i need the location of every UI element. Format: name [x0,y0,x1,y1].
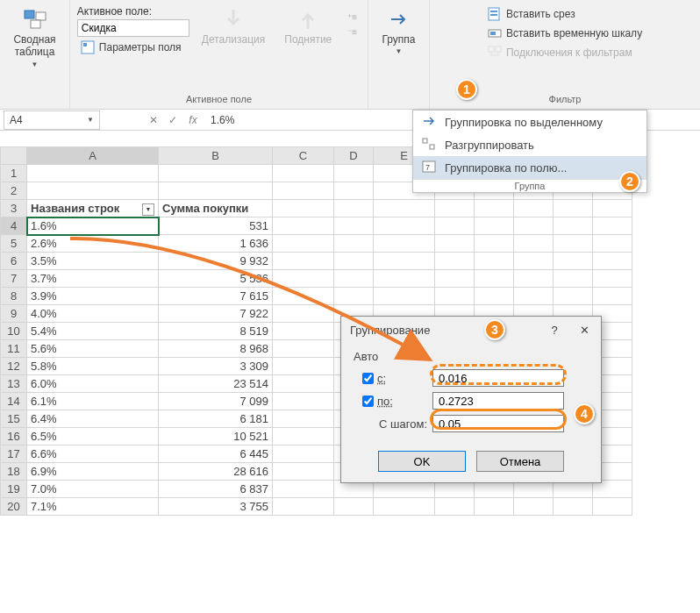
row-header[interactable]: 1 [1,165,27,182]
row-header[interactable]: 16 [1,428,27,445]
cell[interactable] [273,217,334,235]
row-header[interactable]: 15 [1,410,27,428]
row-header[interactable]: 11 [1,340,27,358]
cell[interactable] [273,253,334,270]
cell[interactable] [374,235,435,253]
cell[interactable]: 1.6% [27,217,159,235]
col-header-D[interactable]: D [334,147,374,165]
cell[interactable] [593,253,632,270]
start-checkbox[interactable] [362,373,374,384]
cell[interactable] [273,445,334,463]
cell[interactable]: 7 922 [159,305,273,323]
cell[interactable] [374,498,435,516]
cell[interactable] [475,217,514,235]
cell[interactable]: 6.6% [27,445,159,463]
cell[interactable]: 3 755 [159,498,273,516]
cell[interactable] [514,288,554,305]
cell[interactable] [273,428,334,445]
cell[interactable] [27,165,159,182]
cell[interactable] [273,165,334,182]
row-header[interactable]: 19 [1,481,27,498]
row-header[interactable]: 6 [1,253,27,270]
cell[interactable] [514,253,554,270]
cell[interactable] [554,235,593,253]
cell[interactable]: 23 514 [159,375,273,393]
cell[interactable]: 531 [159,217,273,235]
cell[interactable] [374,270,435,288]
cell[interactable] [514,235,554,253]
cell[interactable] [435,498,475,516]
row-header[interactable]: 4 [1,217,27,235]
cell[interactable] [475,253,514,270]
cell[interactable]: 5.4% [27,323,159,340]
end-checkbox[interactable] [362,396,374,407]
cell[interactable]: 1 636 [159,235,273,253]
cell[interactable]: 3.9% [27,288,159,305]
cell[interactable]: 9 932 [159,253,273,270]
row-header[interactable]: 17 [1,445,27,463]
cell[interactable] [475,288,514,305]
cell[interactable] [554,200,593,217]
cell[interactable] [593,217,632,235]
cell[interactable] [273,235,334,253]
cell[interactable] [273,323,334,340]
cell[interactable]: 5.8% [27,358,159,375]
row-header[interactable]: 10 [1,323,27,340]
cell[interactable] [334,182,374,200]
cell[interactable]: 8 968 [159,340,273,358]
cell[interactable] [159,182,273,200]
start-input[interactable] [432,369,564,387]
cell[interactable] [273,305,334,323]
cell[interactable] [273,288,334,305]
cell[interactable] [554,498,593,516]
cell[interactable] [334,235,374,253]
row-header[interactable]: 14 [1,393,27,410]
cell[interactable] [435,235,475,253]
cell[interactable]: 6.4% [27,410,159,428]
cell[interactable] [514,217,554,235]
cell[interactable] [374,200,435,217]
cell[interactable] [593,498,632,516]
row-header[interactable]: 13 [1,375,27,393]
insert-timeline-button[interactable]: Вставить временную шкалу [484,25,646,42]
cell[interactable]: 6 837 [159,481,273,498]
cell[interactable] [554,288,593,305]
ok-button[interactable]: OK [378,451,466,472]
cell[interactable]: 4.0% [27,305,159,323]
cell[interactable]: 7 099 [159,393,273,410]
cell[interactable] [593,200,632,217]
cancel-button[interactable]: Отмена [476,451,564,472]
cell[interactable] [475,498,514,516]
cell[interactable]: 3.7% [27,270,159,288]
cell[interactable] [554,270,593,288]
group-by-field-item[interactable]: 7 Группировка по полю... [413,156,646,179]
cell[interactable] [334,200,374,217]
field-params-button[interactable]: Параметры поля [77,39,189,56]
accept-formula-button[interactable]: ✓ [163,110,182,130]
ungroup-item[interactable]: Разгруппировать [413,133,646,156]
cell[interactable] [554,217,593,235]
cell[interactable] [273,358,334,375]
cancel-formula-button[interactable]: ✕ [144,110,163,130]
cell[interactable] [273,463,334,481]
cell[interactable] [593,270,632,288]
cell[interactable] [374,253,435,270]
row-header[interactable]: 5 [1,235,27,253]
close-button[interactable]: ✕ [576,322,592,338]
cell[interactable]: 28 616 [159,463,273,481]
name-box[interactable]: A4 ▼ [4,110,100,130]
cell[interactable] [273,498,334,516]
cell[interactable]: Названия строк▼ [27,200,159,217]
cell[interactable] [554,253,593,270]
cell[interactable]: 7 615 [159,288,273,305]
cell[interactable] [27,182,159,200]
cell[interactable] [273,270,334,288]
pivot-table-button[interactable]: Сводная таблица ▼ [6,4,62,72]
help-button[interactable]: ? [546,322,562,338]
select-all-corner[interactable] [1,147,27,165]
cell[interactable] [273,182,334,200]
cell[interactable] [514,498,554,516]
cell[interactable]: 7.0% [27,481,159,498]
cell[interactable]: 8 519 [159,323,273,340]
cell[interactable] [273,340,334,358]
